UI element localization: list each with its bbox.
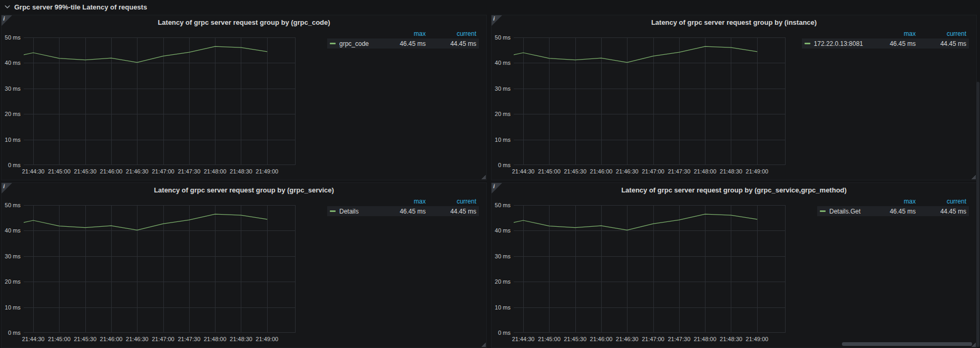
- y-axis-tick-label: 20 ms: [2, 278, 21, 285]
- y-axis-tick-label: 50 ms: [492, 34, 511, 41]
- vertical-scrollbar-thumb[interactable]: [976, 82, 979, 347]
- horizontal-scrollbar-thumb[interactable]: [842, 342, 972, 346]
- y-axis-tick-label: 40 ms: [2, 227, 21, 234]
- series-current-value: 44.45 ms: [426, 208, 476, 215]
- legend-current-header[interactable]: current: [426, 30, 476, 37]
- x-axis-tick-label: 21:49:00: [739, 335, 776, 343]
- panel-resize-grip[interactable]: [481, 342, 486, 347]
- y-axis-tick-label: 50 ms: [2, 201, 21, 209]
- y-axis-tick-label: 50 ms: [2, 34, 21, 41]
- panel-title[interactable]: Latency of grpc server request group by …: [492, 186, 976, 194]
- legend-series-row: Details.Get 46.45 ms 44.45 ms: [817, 206, 969, 216]
- row-title: Grpc server 99%-tile Latency of requests: [14, 3, 147, 11]
- panel-title[interactable]: Latency of grpc server request group by …: [492, 18, 976, 26]
- series-max-value: 46.45 ms: [380, 40, 426, 47]
- chart-panel: i Latency of grpc server request group b…: [1, 15, 487, 180]
- legend-series-row: Details 46.45 ms 44.45 ms: [327, 206, 479, 216]
- chart-panel: i Latency of grpc server request group b…: [491, 182, 977, 348]
- panel-resize-grip[interactable]: [481, 175, 486, 179]
- series-color-swatch[interactable]: [330, 210, 336, 212]
- y-axis-tick-label: 20 ms: [2, 110, 21, 118]
- legend-current-header[interactable]: current: [426, 198, 476, 205]
- chart-canvas: [514, 205, 786, 333]
- chart-plot-area[interactable]: [514, 205, 786, 333]
- legend-max-header[interactable]: max: [380, 198, 426, 205]
- series-name[interactable]: Details: [339, 208, 359, 215]
- panel-resize-grip[interactable]: [971, 175, 976, 179]
- y-axis-tick-label: 30 ms: [492, 85, 511, 92]
- chart-canvas: [514, 37, 786, 165]
- chart-canvas: [24, 37, 296, 165]
- series-name[interactable]: grpc_code: [339, 40, 369, 47]
- latency-series-line: [514, 46, 757, 62]
- legend: max current Details 46.45 ms 44.45 ms: [327, 196, 479, 216]
- y-axis-tick-label: 40 ms: [492, 227, 511, 234]
- panel-title[interactable]: Latency of grpc server request group by …: [2, 186, 486, 194]
- chevron-down-icon: [4, 4, 11, 10]
- legend-current-header[interactable]: current: [916, 198, 966, 205]
- series-max-value: 46.45 ms: [870, 208, 916, 215]
- legend-header-row: max current: [817, 28, 969, 38]
- latency-series-line: [24, 46, 267, 62]
- chart-plot-area[interactable]: [24, 37, 296, 165]
- legend-max-header[interactable]: max: [870, 198, 916, 205]
- chart-plot-area[interactable]: [24, 205, 296, 333]
- y-axis-tick-label: 40 ms: [492, 59, 511, 66]
- legend-header-row: max current: [327, 196, 479, 206]
- legend-max-header[interactable]: max: [870, 30, 916, 37]
- x-axis-tick-label: 21:49:00: [739, 168, 776, 175]
- series-max-value: 46.45 ms: [870, 40, 916, 47]
- y-axis-tick-label: 20 ms: [492, 110, 511, 118]
- chart-panel: i Latency of grpc server request group b…: [491, 15, 977, 180]
- y-axis-tick-label: 10 ms: [492, 304, 511, 311]
- y-axis-tick-label: 10 ms: [2, 304, 21, 311]
- chart-plot-area[interactable]: [514, 37, 786, 165]
- legend: max current 172.22.0.13:8081 46.45 ms 44…: [802, 28, 969, 49]
- y-axis-tick-label: 20 ms: [492, 278, 511, 285]
- dashboard: Grpc server 99%-tile Latency of requests…: [0, 0, 980, 348]
- y-axis-tick-label: 30 ms: [2, 253, 21, 260]
- series-current-value: 44.45 ms: [426, 40, 476, 47]
- legend-series-row: grpc_code 46.45 ms 44.45 ms: [327, 38, 479, 49]
- latency-series-line: [514, 214, 757, 230]
- legend-series-row: 172.22.0.13:8081 46.45 ms 44.45 ms: [802, 38, 969, 49]
- legend-header-row: max current: [327, 28, 479, 38]
- panel-title[interactable]: Latency of grpc server request group by …: [2, 18, 486, 26]
- latency-series-line: [24, 214, 267, 230]
- legend: max current grpc_code 46.45 ms 44.45 ms: [327, 28, 479, 49]
- x-axis-tick-label: 21:49:00: [249, 335, 286, 343]
- y-axis-tick-label: 30 ms: [492, 253, 511, 260]
- y-axis-tick-label: 40 ms: [2, 59, 21, 66]
- series-color-swatch[interactable]: [820, 210, 826, 212]
- series-max-value: 46.45 ms: [380, 208, 426, 215]
- series-current-value: 44.45 ms: [916, 208, 966, 215]
- chart-panel: i Latency of grpc server request group b…: [1, 182, 487, 348]
- y-axis-tick-label: 50 ms: [492, 201, 511, 209]
- legend-header-row: max current: [817, 196, 969, 206]
- legend: max current Details.Get 46.45 ms 44.45 m…: [817, 196, 969, 216]
- series-current-value: 44.45 ms: [916, 40, 966, 47]
- series-name[interactable]: Details.Get: [829, 208, 860, 215]
- legend-current-header[interactable]: current: [916, 30, 966, 37]
- y-axis-tick-label: 30 ms: [2, 85, 21, 92]
- legend-max-header[interactable]: max: [380, 30, 426, 37]
- x-axis-tick-label: 21:49:00: [249, 168, 286, 175]
- series-color-swatch[interactable]: [805, 43, 810, 44]
- dashboard-row-header[interactable]: Grpc server 99%-tile Latency of requests: [0, 0, 147, 14]
- y-axis-tick-label: 10 ms: [2, 136, 21, 143]
- series-color-swatch[interactable]: [330, 43, 336, 44]
- chart-canvas: [24, 205, 296, 333]
- series-name[interactable]: 172.22.0.13:8081: [814, 40, 863, 47]
- y-axis-tick-label: 10 ms: [492, 136, 511, 143]
